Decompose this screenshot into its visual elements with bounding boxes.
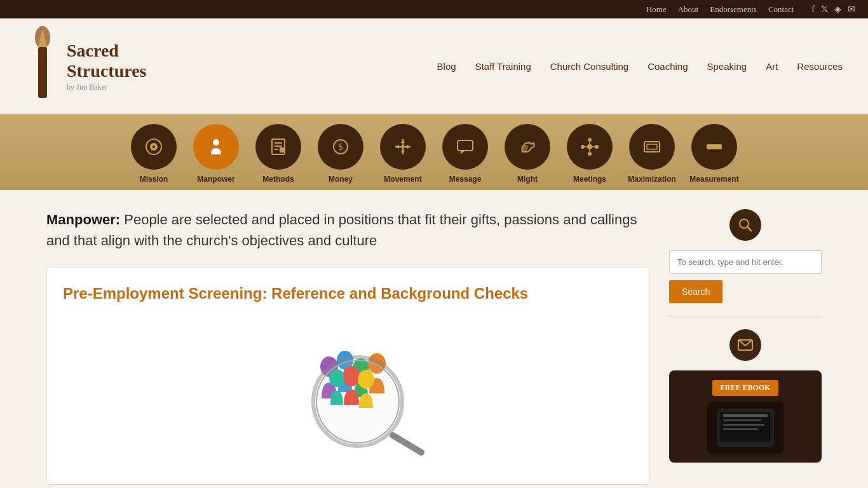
might-label: Might — [517, 175, 538, 184]
article-image — [63, 316, 634, 468]
svg-rect-21 — [458, 140, 473, 151]
svg-point-5 — [153, 146, 155, 148]
nav-resources[interactable]: Resources — [797, 61, 843, 72]
svg-marker-20 — [407, 145, 410, 149]
search-input[interactable] — [669, 250, 822, 274]
might-icon — [505, 124, 550, 170]
svg-rect-1 — [38, 47, 47, 98]
nav-speaking[interactable]: Speaking — [707, 61, 747, 72]
methods-label: Methods — [262, 175, 294, 184]
logo-byline: by Jim Baker — [67, 83, 146, 92]
site-header: Sacred Structures by Jim Baker Blog Staf… — [0, 18, 868, 114]
svg-marker-19 — [395, 145, 399, 149]
movement-icon — [380, 124, 426, 170]
svg-rect-55 — [723, 414, 768, 417]
mission-label: Mission — [140, 175, 168, 184]
meetings-icon — [567, 124, 613, 170]
svg-point-48 — [316, 360, 399, 443]
category-methods[interactable]: Methods — [250, 124, 307, 184]
nav-church-consulting[interactable]: Church Consulting — [550, 61, 628, 72]
facebook-icon[interactable]: f — [811, 4, 815, 15]
nav-blog[interactable]: Blog — [437, 61, 456, 72]
top-bar: Home About Endorsements Contact f 𝕏 ◈ ✉ — [0, 0, 868, 18]
category-maximization[interactable]: Maximization — [623, 124, 681, 184]
ebook-badge: FREE EBOOK — [712, 380, 778, 396]
logo-line1: Sacred — [67, 41, 146, 61]
nav-coaching[interactable]: Coaching — [648, 61, 688, 72]
description-bold: Manpower: — [46, 212, 120, 227]
svg-rect-34 — [707, 144, 722, 149]
logo-line2: Structures — [67, 61, 146, 81]
ebook-promo: FREE EBOOK — [669, 370, 822, 463]
svg-rect-58 — [723, 428, 758, 430]
money-label: Money — [329, 175, 353, 184]
movement-label: Movement — [384, 175, 421, 184]
svg-text:$: $ — [339, 142, 343, 152]
measurement-label: Measurement — [689, 175, 738, 184]
article-illustration — [240, 329, 456, 456]
svg-point-24 — [588, 138, 592, 142]
nav-endorsements[interactable]: Endorsements — [710, 4, 757, 15]
category-manpower[interactable]: Manpower — [187, 124, 245, 184]
email-widget-icon — [729, 329, 761, 361]
sidebar: Search FREE EBOOK — [669, 209, 822, 485]
mission-icon — [131, 124, 177, 170]
category-mission[interactable]: Mission — [125, 124, 182, 184]
category-movement[interactable]: Movement — [374, 124, 431, 184]
svg-point-23 — [587, 144, 592, 149]
category-message[interactable]: Message — [437, 124, 494, 184]
article-card: Pre-Employment Screening: Reference and … — [46, 267, 650, 485]
sidebar-divider — [669, 316, 822, 316]
category-nav: Mission Manpower Methods $ Money Movemen… — [0, 114, 868, 190]
search-button[interactable]: Search — [669, 280, 722, 303]
manpower-label: Manpower — [197, 175, 234, 184]
maximization-label: Maximization — [628, 175, 675, 184]
svg-point-27 — [595, 145, 599, 149]
svg-point-26 — [581, 145, 585, 149]
methods-icon — [255, 124, 301, 170]
rss-icon[interactable]: ◈ — [834, 4, 841, 15]
svg-rect-11 — [280, 147, 285, 152]
site-logo[interactable]: Sacred Structures by Jim Baker — [25, 25, 146, 107]
category-measurement[interactable]: Measurement — [686, 124, 743, 184]
description-text: People are selected and placed in positi… — [46, 212, 637, 248]
page-description: Manpower: People are selected and placed… — [46, 209, 650, 251]
svg-line-51 — [747, 227, 751, 231]
svg-point-25 — [588, 152, 592, 156]
search-widget-icon — [729, 209, 761, 241]
message-label: Message — [449, 175, 482, 184]
content-area: Manpower: People are selected and placed… — [21, 190, 847, 488]
maximization-icon — [629, 124, 675, 170]
category-meetings[interactable]: Meetings — [561, 124, 618, 184]
svg-rect-57 — [723, 424, 764, 426]
nav-staff-training[interactable]: Staff Training — [475, 61, 531, 72]
nav-contact[interactable]: Contact — [768, 4, 794, 15]
message-icon — [442, 124, 488, 170]
ebook-device — [707, 402, 783, 453]
main-content: Manpower: People are selected and placed… — [46, 209, 650, 485]
svg-rect-33 — [647, 144, 657, 149]
measurement-icon — [691, 124, 737, 170]
email-icon[interactable]: ✉ — [848, 4, 855, 15]
svg-marker-18 — [401, 151, 405, 154]
svg-line-49 — [393, 435, 421, 452]
category-money[interactable]: $ Money — [312, 124, 369, 184]
main-navigation: Blog Staff Training Church Consulting Co… — [437, 61, 843, 72]
article-title: Pre-Employment Screening: Reference and … — [63, 283, 634, 303]
nav-about[interactable]: About — [678, 4, 699, 15]
svg-rect-56 — [723, 419, 761, 421]
svg-point-6 — [213, 139, 219, 146]
nav-home[interactable]: Home — [646, 4, 667, 15]
twitter-icon[interactable]: 𝕏 — [821, 4, 828, 15]
manpower-icon — [193, 124, 239, 170]
nav-art[interactable]: Art — [766, 61, 778, 72]
meetings-label: Meetings — [573, 175, 606, 184]
svg-marker-17 — [401, 139, 405, 143]
money-icon: $ — [318, 124, 363, 170]
category-might[interactable]: Might — [499, 124, 556, 184]
